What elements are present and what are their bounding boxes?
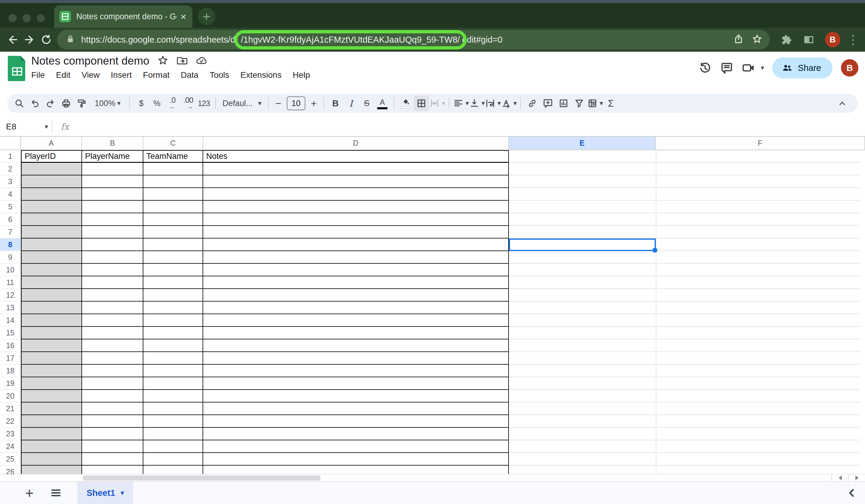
- cell-A10[interactable]: [21, 264, 82, 276]
- font-select[interactable]: Defaul...▾: [219, 95, 265, 111]
- cell-B7[interactable]: [82, 226, 143, 238]
- cell-B2[interactable]: [82, 163, 143, 175]
- row-header-23[interactable]: 23: [0, 428, 21, 440]
- cell-B4[interactable]: [82, 188, 143, 201]
- cell-D16[interactable]: [203, 339, 509, 352]
- cell-C23[interactable]: [143, 428, 203, 440]
- column-header-D[interactable]: D: [203, 137, 509, 150]
- menu-extensions[interactable]: Extensions: [240, 70, 281, 80]
- cell-B14[interactable]: [82, 314, 143, 327]
- cell-D19[interactable]: [203, 377, 509, 390]
- row-header-20[interactable]: 20: [0, 390, 21, 402]
- cell-C2[interactable]: [143, 163, 203, 175]
- cell-C12[interactable]: [143, 289, 203, 302]
- decrease-font-size-button[interactable]: −: [272, 95, 284, 111]
- strikethrough-button[interactable]: S: [359, 95, 374, 111]
- cell-A20[interactable]: [21, 390, 82, 402]
- bold-button[interactable]: B: [327, 95, 343, 111]
- cell-A17[interactable]: [21, 352, 82, 365]
- cell-C15[interactable]: [143, 327, 203, 339]
- cell-A15[interactable]: [21, 327, 82, 339]
- cell-B11[interactable]: [82, 276, 143, 289]
- cell-A6[interactable]: [21, 213, 82, 226]
- font-size-input[interactable]: 10: [287, 96, 305, 110]
- menu-help[interactable]: Help: [293, 70, 310, 80]
- cell-A14[interactable]: [21, 314, 82, 327]
- add-sheet-button[interactable]: +: [21, 484, 38, 502]
- row-header-12[interactable]: 12: [0, 289, 21, 302]
- browser-tab[interactable]: Notes component demo - Goo ×: [54, 5, 192, 28]
- row-header-4[interactable]: 4: [0, 188, 21, 201]
- cell-B3[interactable]: [82, 175, 143, 188]
- close-window-button[interactable]: [9, 14, 16, 22]
- format-percent-button[interactable]: %: [149, 95, 165, 111]
- cell-D26[interactable]: [203, 466, 509, 474]
- cell-C13[interactable]: [143, 302, 203, 314]
- row-header-14[interactable]: 14: [0, 314, 21, 327]
- text-rotation-button[interactable]: ▾: [501, 95, 517, 111]
- cell-D3[interactable]: [203, 175, 509, 188]
- cell-D23[interactable]: [203, 428, 509, 440]
- cell-C25[interactable]: [143, 453, 203, 466]
- format-currency-button[interactable]: $: [134, 95, 149, 111]
- cell-C16[interactable]: [143, 339, 203, 352]
- column-header-E[interactable]: E: [509, 137, 656, 150]
- insert-link-icon[interactable]: [524, 95, 540, 111]
- cell-B25[interactable]: [82, 453, 143, 466]
- cell-A3[interactable]: [21, 175, 82, 188]
- cell-B20[interactable]: [82, 390, 143, 402]
- menu-tools[interactable]: Tools: [209, 70, 229, 80]
- fill-color-button[interactable]: [398, 95, 414, 111]
- cell-D8[interactable]: [203, 238, 509, 251]
- address-bar[interactable]: https://docs.google.com/spreadsheets/d/1…: [57, 30, 770, 49]
- cell-B6[interactable]: [82, 213, 143, 226]
- all-sheets-menu-icon[interactable]: [47, 484, 65, 502]
- cell-D4[interactable]: [203, 188, 509, 201]
- cell-C26[interactable]: [143, 466, 203, 474]
- url-text[interactable]: https://docs.google.com/spreadsheets/d/1…: [81, 30, 725, 49]
- functions-button[interactable]: Σ: [603, 95, 619, 111]
- minimize-window-button[interactable]: [23, 14, 31, 22]
- sheet-tab-caret-icon[interactable]: ▾: [120, 489, 124, 497]
- cell-A21[interactable]: [21, 402, 82, 415]
- menu-file[interactable]: File: [31, 70, 45, 80]
- cell-D17[interactable]: [203, 352, 509, 365]
- cell-D6[interactable]: [203, 213, 509, 226]
- cell-C8[interactable]: [143, 238, 203, 251]
- insert-comment-icon[interactable]: [540, 95, 556, 111]
- column-header-F[interactable]: F: [656, 137, 865, 150]
- cell-A4[interactable]: [21, 188, 82, 201]
- column-header-C[interactable]: C: [143, 137, 203, 150]
- cell-B8[interactable]: [82, 238, 143, 251]
- cell-C3[interactable]: [143, 175, 203, 188]
- paint-format-icon[interactable]: [74, 95, 90, 111]
- cloud-saved-icon[interactable]: [196, 55, 207, 67]
- share-button[interactable]: Share: [772, 57, 832, 78]
- cell-C14[interactable]: [143, 314, 203, 327]
- cell-D2[interactable]: [203, 163, 509, 175]
- cell-A7[interactable]: [21, 226, 82, 238]
- cell-A2[interactable]: [21, 163, 82, 175]
- menu-format[interactable]: Format: [143, 70, 170, 80]
- side-panel-icon[interactable]: [801, 32, 817, 47]
- cell-C6[interactable]: [143, 213, 203, 226]
- row-header-15[interactable]: 15: [0, 327, 21, 339]
- horizontal-scrollbar[interactable]: [0, 474, 865, 482]
- create-filter-icon[interactable]: [572, 95, 587, 111]
- vertical-scrollbar-track[interactable]: [860, 150, 865, 474]
- zoom-select[interactable]: 100%▾: [90, 95, 126, 111]
- row-header-9[interactable]: 9: [0, 251, 21, 264]
- cell-C19[interactable]: [143, 377, 203, 390]
- row-header-10[interactable]: 10: [0, 264, 21, 276]
- cell-C11[interactable]: [143, 276, 203, 289]
- cell-B5[interactable]: [82, 201, 143, 213]
- cell-C18[interactable]: [143, 365, 203, 377]
- row-header-17[interactable]: 17: [0, 352, 21, 365]
- spreadsheet-grid[interactable]: ABCDEF1234567891011121314151617181920212…: [0, 137, 865, 474]
- cell-D10[interactable]: [203, 264, 509, 276]
- cell-D1[interactable]: Notes: [203, 150, 509, 163]
- scroll-left-button[interactable]: [831, 474, 848, 481]
- increase-decimal-button[interactable]: .00→: [180, 95, 196, 111]
- cell-C7[interactable]: [143, 226, 203, 238]
- row-header-8[interactable]: 8: [0, 238, 21, 251]
